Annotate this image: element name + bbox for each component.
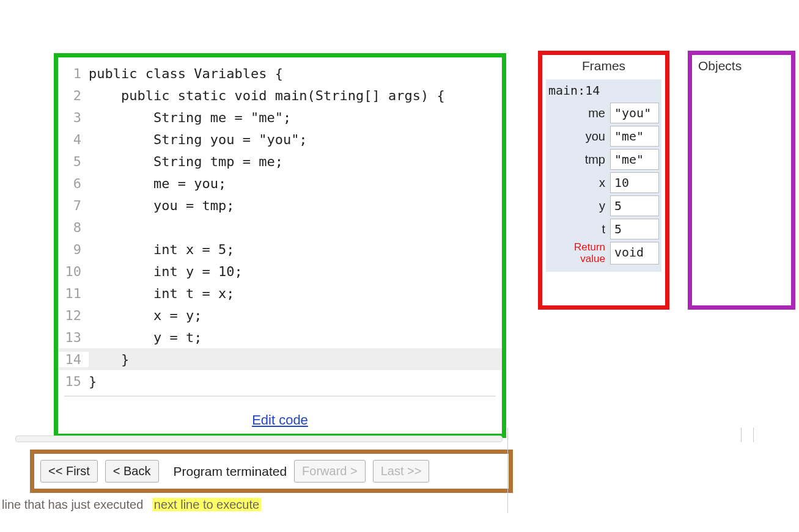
line-number: 6 xyxy=(58,176,89,191)
legend-just-executed: line that has just executed xyxy=(0,498,145,511)
return-value: void xyxy=(610,242,659,264)
code-text: me = you; xyxy=(89,176,226,191)
code-line: 9 int x = 5; xyxy=(58,238,502,260)
last-button[interactable]: Last >> xyxy=(373,460,430,483)
code-text: String tmp = me; xyxy=(89,154,283,169)
code-line: 5 String tmp = me; xyxy=(58,150,502,172)
code-line: 15} xyxy=(58,370,502,392)
variable-value: "you" xyxy=(610,103,659,123)
back-button[interactable]: < Back xyxy=(105,460,159,483)
execution-slider[interactable] xyxy=(15,435,503,442)
code-line: 6 me = you; xyxy=(58,172,502,194)
code-line: 13 y = t; xyxy=(58,326,502,348)
code-line: 8 xyxy=(58,216,502,238)
forward-button[interactable]: Forward > xyxy=(294,460,366,483)
variable-name: y xyxy=(548,199,610,213)
code-line: 3 String me = "me"; xyxy=(58,106,502,128)
code-text: int x = 5; xyxy=(89,242,234,257)
line-number: 15 xyxy=(58,374,89,389)
line-number: 14 xyxy=(58,352,89,367)
line-number: 1 xyxy=(58,66,89,81)
line-number: 7 xyxy=(58,198,89,213)
variable-value: "me" xyxy=(610,149,659,170)
code-line: 1public class Variables { xyxy=(58,62,502,84)
code-text: } xyxy=(89,352,129,367)
code-text: } xyxy=(89,374,97,389)
code-line: 10 int y = 10; xyxy=(58,260,502,282)
code-text: y = t; xyxy=(89,330,202,345)
code-panel: 1public class Variables {2 public static… xyxy=(54,53,506,438)
return-label: Returnvalue xyxy=(548,242,610,264)
execution-status: Program terminated xyxy=(174,464,287,479)
variable-name: t xyxy=(548,222,610,236)
frames-panel: Frames main:14 me"you"you"me"tmp"me"x10y… xyxy=(538,51,669,310)
code-text: you = tmp; xyxy=(89,198,234,213)
objects-title: Objects xyxy=(696,59,787,73)
stack-frame: main:14 me"you"you"me"tmp"me"x10y5t5 Ret… xyxy=(546,79,661,272)
variable-row: y5 xyxy=(548,195,659,216)
frame-header: main:14 xyxy=(548,83,659,98)
variable-value: 5 xyxy=(610,195,659,216)
variable-name: tmp xyxy=(548,153,610,167)
line-number: 11 xyxy=(58,286,89,301)
code-line: 2 public static void main(String[] args)… xyxy=(58,84,502,106)
variable-row: x10 xyxy=(548,172,659,193)
line-number: 8 xyxy=(58,220,89,235)
code-text: public class Variables { xyxy=(89,66,283,81)
code-line: 4 String you = "you"; xyxy=(58,128,502,150)
line-number: 9 xyxy=(58,242,89,257)
line-number: 5 xyxy=(58,154,89,169)
line-number: 10 xyxy=(58,264,89,279)
objects-panel: Objects xyxy=(688,51,795,310)
variable-row: tmp"me" xyxy=(548,149,659,170)
line-number: 2 xyxy=(58,88,89,103)
variable-row: t5 xyxy=(548,219,659,239)
code-text: String you = "you"; xyxy=(89,132,307,147)
legend-next-to-execute: next line to execute xyxy=(152,498,261,511)
variable-name: me xyxy=(548,106,610,120)
edit-code-link[interactable]: Edit code xyxy=(58,412,502,428)
line-number: 3 xyxy=(58,110,89,125)
variable-row: me"you" xyxy=(548,103,659,123)
code-line: 12 x = y; xyxy=(58,304,502,326)
line-number: 12 xyxy=(58,308,89,323)
line-number: 13 xyxy=(58,330,89,345)
variable-row: you"me" xyxy=(548,126,659,147)
variable-name: you xyxy=(548,129,610,144)
return-value-row: Returnvalue void xyxy=(548,242,659,264)
variable-value: 10 xyxy=(610,172,659,193)
code-text: int y = 10; xyxy=(89,264,243,279)
code-line: 11 int t = x; xyxy=(58,282,502,304)
variable-name: x xyxy=(548,176,610,190)
vertical-divider xyxy=(507,428,508,513)
code-text: x = y; xyxy=(89,308,202,323)
code-text: String me = "me"; xyxy=(89,110,291,125)
code-line: 14 } xyxy=(58,348,502,370)
line-number: 4 xyxy=(58,132,89,147)
nav-panel: << First < Back Program terminated Forwa… xyxy=(30,450,513,493)
frames-title: Frames xyxy=(546,59,661,73)
code-text: int t = x; xyxy=(89,286,234,301)
variable-value: 5 xyxy=(610,219,659,239)
code-line: 7 you = tmp; xyxy=(58,194,502,216)
legend: line that has just executed next line to… xyxy=(0,498,261,512)
variable-value: "me" xyxy=(610,126,659,147)
first-button[interactable]: << First xyxy=(40,460,98,483)
code-divider xyxy=(64,396,496,396)
decorative-border xyxy=(741,428,754,442)
code-text: public static void main(String[] args) { xyxy=(89,88,445,103)
